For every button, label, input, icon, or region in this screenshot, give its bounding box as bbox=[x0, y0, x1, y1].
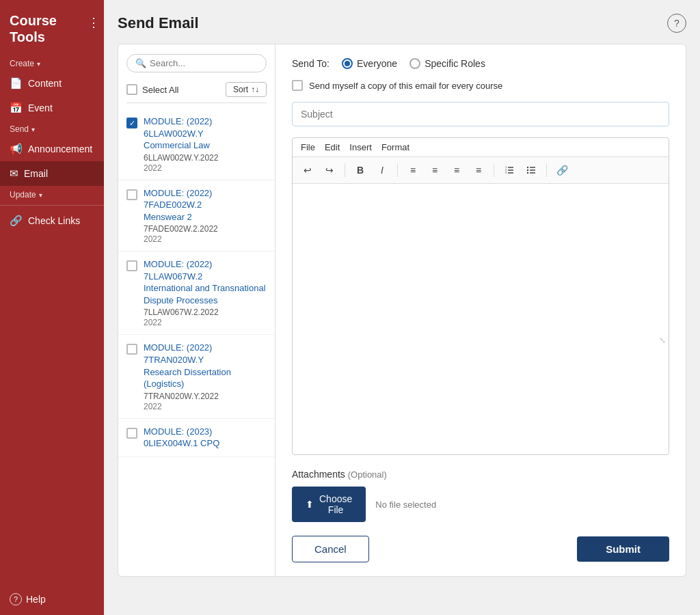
undo-button[interactable]: ↩ bbox=[298, 161, 317, 180]
send-chevron: ▾ bbox=[31, 126, 35, 133]
course-list-panel: 🔍 Select All Sort ↑↓ bbox=[118, 44, 275, 576]
editor-menu-insert[interactable]: Insert bbox=[349, 142, 372, 152]
align-left-button[interactable]: ≡ bbox=[403, 161, 422, 180]
course-year-3: 2022 bbox=[144, 318, 267, 327]
select-all-checkbox[interactable] bbox=[126, 84, 137, 95]
redo-button[interactable]: ↪ bbox=[320, 161, 339, 180]
page-header: Send Email ? bbox=[118, 14, 686, 33]
course-title-5: MODULE: (2023)0LIEX004W.1 CPQ bbox=[144, 426, 267, 450]
send-to-label: Send To: bbox=[292, 58, 329, 69]
sidebar-menu-icon[interactable]: ⋮ bbox=[88, 15, 100, 30]
attachments-optional: (Optional) bbox=[348, 469, 387, 480]
choose-file-label: ChooseFile bbox=[319, 493, 352, 515]
sidebar-item-announcement-label: Announcement bbox=[28, 144, 92, 154]
search-input[interactable] bbox=[150, 58, 258, 68]
ordered-list-button[interactable]: 1 2 3 bbox=[500, 161, 519, 180]
list-item[interactable]: MODULE: (2022)7FADE002W.2Menswear 2 7FAD… bbox=[118, 180, 275, 252]
italic-button[interactable]: I bbox=[373, 161, 392, 180]
course-checkbox-3[interactable] bbox=[126, 260, 137, 271]
toolbar-separator-3 bbox=[494, 163, 494, 177]
list-item[interactable]: MODULE: (2023)0LIEX004W.1 CPQ bbox=[118, 419, 275, 457]
editor-body[interactable] bbox=[293, 184, 669, 334]
sidebar-item-content[interactable]: 📄 Content bbox=[0, 71, 104, 96]
update-chevron: ▾ bbox=[39, 191, 42, 199]
editor-menu-file[interactable]: File bbox=[301, 142, 315, 152]
search-bar: 🔍 bbox=[118, 44, 275, 79]
everyone-radio[interactable]: Everyone bbox=[342, 58, 397, 69]
editor-menu-bar: File Edit Insert Format bbox=[293, 138, 669, 157]
main-content: Send Email ? 🔍 Select All Sort ↑↓ bbox=[104, 0, 700, 615]
course-checkbox-4[interactable] bbox=[126, 344, 137, 355]
subject-input[interactable] bbox=[292, 102, 669, 126]
email-form-panel: Send To: Everyone Specific Roles Send my… bbox=[275, 44, 686, 576]
check-links-icon: 🔗 bbox=[10, 215, 23, 227]
specific-roles-radio[interactable]: Specific Roles bbox=[409, 58, 485, 69]
select-all-wrap[interactable]: Select All bbox=[126, 84, 178, 95]
course-title-3: MODULE: (2022)7LLAW067W.2International a… bbox=[144, 258, 267, 306]
sidebar-item-check-links[interactable]: 🔗 Check Links bbox=[0, 208, 104, 233]
toolbar-separator-2 bbox=[397, 163, 398, 177]
cancel-button[interactable]: Cancel bbox=[292, 536, 369, 562]
upload-icon: ⬆ bbox=[306, 499, 314, 510]
course-checkbox-5[interactable] bbox=[126, 428, 137, 439]
link-button[interactable]: 🔗 bbox=[552, 161, 571, 180]
align-center-button[interactable]: ≡ bbox=[425, 161, 444, 180]
copy-checkbox-row[interactable]: Send myself a copy of this email for eve… bbox=[292, 80, 669, 91]
sidebar-section-create[interactable]: Create ▾ bbox=[0, 55, 104, 71]
list-item[interactable]: MODULE: (2022)7LLAW067W.2International a… bbox=[118, 251, 275, 335]
attachments-row: ⬆ ChooseFile No file selected bbox=[292, 487, 669, 522]
help-label: Help bbox=[26, 594, 46, 605]
copy-label: Send myself a copy of this email for eve… bbox=[309, 81, 502, 91]
sidebar-item-email[interactable]: ✉ Email bbox=[0, 161, 104, 186]
sort-label: Sort bbox=[233, 85, 248, 94]
editor-menu-format[interactable]: Format bbox=[381, 142, 409, 152]
course-title-2: MODULE: (2022)7FADE002W.2Menswear 2 bbox=[144, 187, 267, 223]
content-icon: 📄 bbox=[10, 77, 23, 90]
course-item-body-4: MODULE: (2022)7TRAN020W.YResearch Disser… bbox=[144, 342, 267, 411]
sort-button[interactable]: Sort ↑↓ bbox=[226, 82, 267, 97]
sidebar-item-event-label: Event bbox=[28, 102, 53, 113]
list-controls: Select All Sort ↑↓ bbox=[118, 79, 275, 102]
svg-point-9 bbox=[527, 167, 528, 168]
sidebar-section-send[interactable]: Send ▾ bbox=[0, 120, 104, 137]
course-code-2: 7FADE002W.2.2022 bbox=[144, 224, 267, 234]
search-input-wrap[interactable]: 🔍 bbox=[126, 54, 267, 72]
choose-file-button[interactable]: ⬆ ChooseFile bbox=[292, 487, 366, 522]
course-checkbox-2[interactable] bbox=[126, 189, 137, 200]
list-item[interactable]: MODULE: (2022)7TRAN020W.YResearch Disser… bbox=[118, 335, 275, 418]
everyone-label: Everyone bbox=[357, 58, 397, 69]
sidebar-item-event[interactable]: 📅 Event bbox=[0, 96, 104, 120]
resize-icon: ⤡ bbox=[659, 336, 666, 345]
announcement-icon: 📢 bbox=[10, 143, 23, 155]
course-code-3: 7LLAW067W.2.2022 bbox=[144, 308, 267, 317]
course-year-1: 2022 bbox=[144, 163, 267, 173]
course-title-1: MODULE: (2022)6LLAW002W.YCommercial Law bbox=[144, 115, 267, 152]
course-item-body-3: MODULE: (2022)7LLAW067W.2International a… bbox=[144, 258, 267, 327]
specific-roles-label: Specific Roles bbox=[425, 58, 485, 69]
everyone-radio-circle bbox=[342, 58, 353, 69]
update-label: Update bbox=[10, 190, 36, 200]
send-label: Send bbox=[10, 124, 29, 134]
editor-menu-edit[interactable]: Edit bbox=[325, 142, 340, 152]
sidebar-item-check-links-label: Check Links bbox=[28, 215, 80, 226]
sidebar-item-announcement[interactable]: 📢 Announcement bbox=[0, 137, 104, 161]
svg-point-10 bbox=[527, 169, 528, 171]
list-item[interactable]: MODULE: (2022)6LLAW002W.YCommercial Law … bbox=[118, 109, 275, 180]
sidebar-section-update[interactable]: Update ▾ bbox=[0, 186, 104, 202]
bold-button[interactable]: B bbox=[351, 161, 370, 180]
toolbar-separator-4 bbox=[546, 163, 547, 177]
course-item-body-1: MODULE: (2022)6LLAW002W.YCommercial Law … bbox=[144, 115, 267, 173]
submit-button[interactable]: Submit bbox=[577, 536, 669, 562]
editor-toolbar: ↩ ↪ B I ≡ ≡ ≡ ≡ bbox=[293, 157, 669, 184]
justify-button[interactable]: ≡ bbox=[469, 161, 488, 180]
editor-resize-handle: ⤡ bbox=[293, 334, 669, 346]
align-right-button[interactable]: ≡ bbox=[447, 161, 466, 180]
course-checkbox-1[interactable] bbox=[126, 118, 137, 128]
unordered-list-button[interactable] bbox=[522, 161, 541, 180]
course-year-2: 2022 bbox=[144, 234, 267, 244]
help-icon-button[interactable]: ? bbox=[667, 14, 686, 33]
copy-checkbox[interactable] bbox=[292, 80, 303, 91]
sidebar-help[interactable]: ? Help bbox=[0, 584, 104, 615]
help-circle-icon: ? bbox=[10, 593, 22, 605]
create-chevron: ▾ bbox=[37, 60, 40, 68]
